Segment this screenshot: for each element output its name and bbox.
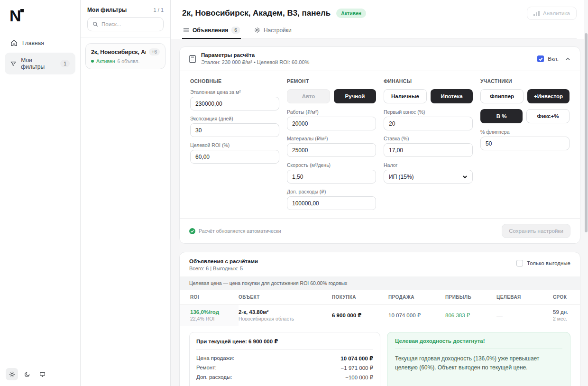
check-circle-icon — [189, 228, 195, 234]
filter-card[interactable]: 2к, Новосибирск, Академ, В3,... +6 Актив… — [85, 43, 165, 69]
app-sidebar: N Главная Мои фильтры 1 — [0, 0, 81, 386]
filter-card-status: Активен — [96, 58, 115, 64]
chevron-down-icon — [462, 174, 468, 179]
extra-costs-input[interactable] — [287, 196, 376, 210]
field-label: Материалы (₽/м²) — [287, 136, 376, 141]
fix-percent-button[interactable]: Фикс+% — [526, 109, 570, 123]
calc-params-card: Параметры расчёта Эталон: 230 000 ₽/м² •… — [179, 46, 580, 244]
field-label: Доп. расходы (₽) — [287, 189, 376, 194]
filter-card-count: 6 объявл. — [118, 58, 140, 64]
field-label: % флиппера — [480, 129, 570, 135]
search-icon — [92, 21, 98, 27]
flipper-percent-input[interactable] — [480, 137, 570, 150]
field-label: Первый взнос (%) — [384, 109, 473, 115]
breakdown-row: Цена продажи:10 074 000 ₽ — [196, 354, 373, 363]
sidebar-item-label: Мои фильтры — [21, 57, 51, 70]
tax-select[interactable]: ИП (15%) — [384, 170, 473, 184]
filters-panel-title: Мои фильтры — [87, 7, 127, 13]
only-profitable-checkbox[interactable] — [516, 260, 523, 267]
row-target: — — [496, 308, 553, 323]
moon-icon — [24, 371, 30, 377]
field-label: Скорость (м²/день) — [287, 162, 376, 168]
sidebar-item-home[interactable]: Главная — [5, 35, 75, 51]
field-label: Экспозиция (дней) — [190, 116, 279, 121]
theme-system-button[interactable] — [36, 368, 48, 380]
monitor-icon — [39, 371, 46, 377]
field-label: Работы (₽/м²) — [287, 109, 376, 115]
row-term-sub: 2 мес. — [553, 316, 580, 322]
col-term: СРОК — [553, 290, 580, 304]
row-profit: 806 383 ₽ — [445, 308, 496, 323]
table-row[interactable]: 136,0%/год 22,4% ROI 2-к, 43.80м² Новоси… — [180, 305, 580, 326]
filter-card-title: 2к, Новосибирск, Академ, В3,... — [91, 49, 146, 55]
status-badge: Активен — [336, 9, 366, 18]
only-profitable-toggle[interactable]: Только выгодные — [516, 258, 570, 267]
list-icon — [183, 27, 189, 33]
status-dot — [91, 60, 94, 63]
filter-card-more-badge: +6 — [149, 48, 160, 55]
target-price-note: Целевая цена — цена покупки для достижен… — [180, 276, 580, 290]
percent-split-button[interactable]: В % — [480, 109, 523, 123]
gear-icon — [254, 27, 260, 33]
row-sale: 10 074 000 ₽ — [388, 308, 445, 323]
filters-count-badge: 1 — [60, 60, 70, 67]
logo-dot — [20, 9, 24, 12]
only-profitable-label: Только выгодные — [527, 260, 570, 266]
target-roi-input[interactable] — [190, 150, 279, 164]
filters-search[interactable] — [87, 17, 164, 31]
scrollbar-track[interactable] — [584, 0, 588, 386]
col-object: ОБЪЕКТ — [239, 290, 332, 304]
row-roi: 136,0%/год — [190, 309, 239, 315]
col-target: ЦЕЛЕВАЯ — [496, 290, 553, 304]
sidebar-item-label: Главная — [22, 40, 44, 46]
flipper-button[interactable]: Флиппер — [480, 89, 524, 103]
target-reached-card: Целевая доходность достигнута! Текущая г… — [387, 332, 570, 386]
section-finance: ФИНАНСЫ Наличные Ипотека Первый взнос (%… — [384, 78, 473, 215]
field-label: Налог — [384, 162, 473, 168]
field-label: Эталонная цена за м² — [190, 89, 279, 95]
field-label: Целевой ROI (%) — [190, 142, 279, 148]
exposure-days-input[interactable] — [190, 123, 279, 137]
reference-price-input[interactable] — [190, 97, 279, 110]
repair-manual-button[interactable]: Ручной — [334, 89, 376, 103]
listings-title: Объявления с расчётами — [189, 258, 258, 264]
repair-auto-button[interactable]: Авто — [287, 89, 330, 103]
section-basic: ОСНОВНЫЕ Эталонная цена за м² Экспозиция… — [190, 78, 279, 215]
section-title: ФИНАНСЫ — [384, 78, 473, 84]
down-payment-input[interactable] — [384, 117, 473, 130]
mortgage-button[interactable]: Ипотека — [431, 89, 473, 103]
filter-icon — [10, 60, 16, 67]
tab-settings[interactable]: Настройки — [253, 27, 293, 38]
row-roi-sub: 22,4% ROI — [190, 316, 239, 322]
analytics-button[interactable]: Аналитика — [527, 7, 577, 20]
section-title: РЕМОНТ — [287, 78, 376, 84]
content-area: Параметры расчёта Эталон: 230 000 ₽/м² •… — [171, 39, 588, 386]
save-settings-button[interactable]: Сохранить настройки — [502, 224, 570, 238]
enabled-label: Вкл. — [548, 56, 559, 62]
search-input[interactable] — [101, 21, 154, 27]
theme-dark-button[interactable] — [21, 368, 33, 380]
speed-input[interactable] — [287, 170, 376, 184]
tab-listings-badge: 6 — [231, 27, 240, 34]
theme-light-button[interactable] — [6, 368, 18, 380]
filters-counter: 1 / 1 — [154, 7, 164, 13]
tab-bar: Объявления 6 Настройки — [182, 27, 577, 39]
scrollbar-thumb[interactable] — [585, 33, 588, 232]
breakdown-title: При текущей цене: 6 900 000 ₽ — [196, 338, 373, 350]
work-cost-input[interactable] — [287, 117, 376, 130]
app-logo: N — [9, 8, 80, 24]
sidebar-item-my-filters[interactable]: Мои фильтры 1 — [5, 53, 75, 74]
cash-button[interactable]: Наличные — [384, 89, 427, 103]
rate-input[interactable] — [384, 143, 473, 157]
investor-button[interactable]: +Инвестор — [527, 89, 570, 103]
col-roi: ROI — [180, 290, 239, 304]
main-area: 2к, Новосибирск, Академ, В3, панель Акти… — [171, 0, 588, 386]
enabled-checkbox[interactable] — [537, 55, 544, 62]
target-reached-body: Текущая годовая доходность (136,0%) уже … — [395, 349, 562, 372]
chevron-up-icon[interactable] — [565, 56, 570, 62]
params-subtitle: Эталон: 230 000 ₽/м² • Целевой ROI: 60.0… — [201, 59, 309, 65]
listings-summary: Всего: 6 | Выгодных: 5 — [189, 266, 258, 271]
materials-cost-input[interactable] — [287, 143, 376, 157]
tab-listings[interactable]: Объявления 6 — [182, 27, 241, 38]
breakdown-row: Доп. расходы:−100 000 ₽ — [196, 373, 373, 382]
